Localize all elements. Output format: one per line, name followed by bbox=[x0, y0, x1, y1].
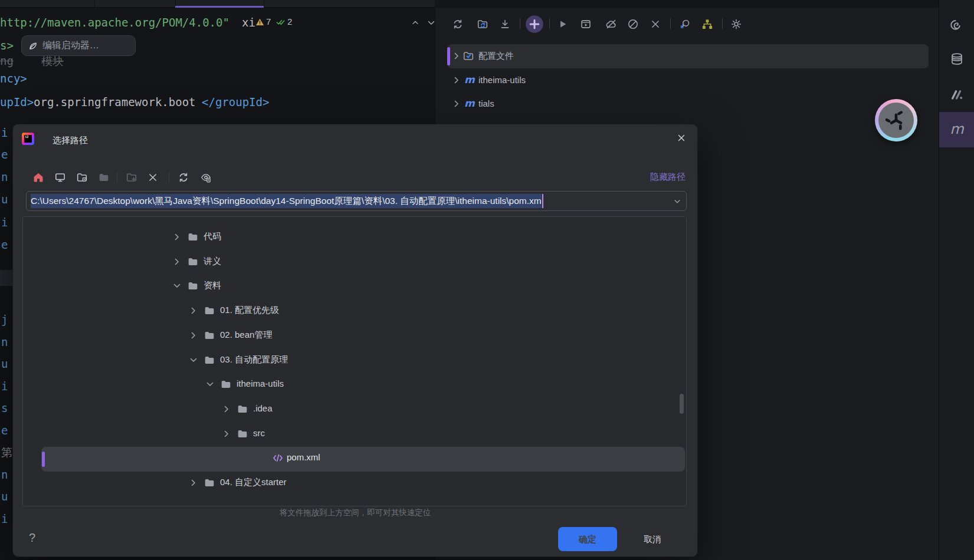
ai-assistant-button[interactable] bbox=[949, 17, 965, 32]
tree-row[interactable] bbox=[23, 495, 686, 506]
toolbar-separator bbox=[169, 172, 169, 183]
maven-row-highlight bbox=[447, 44, 929, 68]
hide-path-link[interactable]: 隐藏路径 bbox=[650, 172, 686, 183]
close-icon bbox=[650, 19, 661, 29]
tree-row-04.starter[interactable]: 04. 自定义starter bbox=[23, 470, 686, 495]
tree-row-label: 03. 自动配置原理 bbox=[220, 354, 288, 365]
close-button[interactable] bbox=[647, 17, 664, 32]
delete-icon bbox=[147, 172, 158, 183]
chevron-right-icon[interactable] bbox=[222, 404, 231, 414]
folder-icon bbox=[188, 232, 198, 242]
chevron-right-icon[interactable] bbox=[189, 306, 198, 315]
path-input[interactable]: C:\Users\24767\Desktop\work\黑马Java资料\Spr… bbox=[26, 191, 687, 211]
maven-tool-button[interactable]: m bbox=[949, 121, 965, 137]
reload-projects-button[interactable] bbox=[474, 17, 491, 32]
refresh-button[interactable] bbox=[176, 170, 191, 185]
tree-row-label: 04. 自定义starter bbox=[220, 477, 287, 488]
triskelion-icon bbox=[883, 107, 909, 133]
folder-icon bbox=[188, 281, 198, 291]
download-sources-button[interactable] bbox=[497, 17, 513, 32]
maven-row-label: 配置文件 bbox=[478, 51, 514, 62]
cancel-button[interactable]: 取消 bbox=[644, 527, 661, 551]
tree-row-02.bean[interactable]: 02. bean管理 bbox=[23, 323, 686, 348]
tree-row-.idea[interactable]: .idea bbox=[23, 397, 686, 421]
analyze-dependencies-button[interactable] bbox=[677, 17, 693, 32]
tree-row-label: 讲义 bbox=[204, 256, 221, 267]
code-left-char: u bbox=[1, 490, 8, 503]
desktop-button[interactable] bbox=[53, 170, 68, 185]
ok-button[interactable]: 确定 bbox=[558, 527, 617, 551]
run-configuration-icon bbox=[581, 19, 591, 29]
chevron-right-icon[interactable] bbox=[172, 232, 182, 242]
folder-icon bbox=[204, 305, 215, 316]
tree-row-itheima-utils[interactable]: itheima-utils bbox=[23, 372, 686, 397]
refresh-button[interactable] bbox=[450, 17, 466, 32]
ai-floating-button[interactable] bbox=[875, 99, 917, 141]
download-sources-icon bbox=[500, 19, 510, 29]
tree-row-pom.xml[interactable]: pom.xml bbox=[23, 446, 686, 470]
tree-row-src[interactable]: src bbox=[23, 421, 686, 446]
chevron-down-icon[interactable] bbox=[205, 380, 215, 389]
text-caret bbox=[542, 194, 543, 208]
refresh-icon bbox=[178, 172, 189, 183]
edit-launcher-inlay[interactable]: 编辑启动器… bbox=[21, 35, 136, 56]
chevron-right-icon[interactable] bbox=[172, 257, 182, 266]
refresh-icon bbox=[452, 19, 463, 29]
run-configuration-button[interactable] bbox=[578, 17, 594, 32]
delete-button[interactable] bbox=[145, 170, 160, 185]
code-left-char: i bbox=[1, 126, 8, 139]
tree-row-[interactable]: 资料 bbox=[23, 274, 686, 298]
home-button[interactable] bbox=[31, 170, 46, 185]
tree-row-[interactable]: 讲义 bbox=[23, 249, 686, 274]
code-left-char: n bbox=[1, 468, 8, 481]
tree-row-label: 01. 配置优先级 bbox=[220, 305, 279, 316]
chevron-up-icon[interactable] bbox=[411, 18, 419, 27]
chevron-down-icon[interactable] bbox=[172, 281, 182, 291]
run-button[interactable] bbox=[555, 17, 571, 32]
tree-row-[interactable]: 代码 bbox=[23, 225, 686, 249]
tree-scrollbar[interactable] bbox=[680, 394, 684, 414]
desktop-icon bbox=[55, 172, 65, 183]
maven-module-icon: m bbox=[464, 98, 475, 108]
folder-button[interactable] bbox=[96, 170, 111, 185]
maven-row-label: itheima-utils bbox=[478, 75, 526, 85]
chevron-right-icon[interactable] bbox=[222, 429, 231, 439]
chevron-down-icon[interactable] bbox=[189, 355, 198, 365]
chevron-right-icon[interactable] bbox=[189, 478, 198, 487]
editor-tab-bar[interactable] bbox=[0, 0, 435, 8]
add-button[interactable] bbox=[526, 14, 543, 34]
settings-button[interactable] bbox=[728, 17, 745, 32]
toolbar-separator bbox=[117, 172, 117, 183]
show-hidden-button[interactable] bbox=[198, 170, 214, 185]
warning-icon bbox=[255, 18, 264, 27]
chevron-right-icon[interactable] bbox=[452, 75, 461, 85]
code-left-char: n bbox=[1, 170, 8, 183]
new-folder-button[interactable] bbox=[124, 170, 139, 185]
tree-row-01.[interactable]: 01. 配置优先级 bbox=[23, 298, 686, 323]
code-left-char: e bbox=[1, 424, 8, 437]
dependency-tree-button[interactable] bbox=[699, 17, 716, 32]
project-folder-button[interactable] bbox=[74, 170, 90, 185]
combobox-chevron-down-icon[interactable] bbox=[672, 196, 683, 207]
tree-row-03.[interactable]: 03. 自动配置原理 bbox=[23, 348, 686, 373]
skip-tests-button[interactable] bbox=[625, 17, 641, 32]
ide-screen: http://maven.apache.org/POM/4.0.0"xis>ng… bbox=[0, 0, 974, 560]
dialog-close-button[interactable] bbox=[674, 130, 689, 146]
toolbar-separator bbox=[722, 18, 723, 29]
maven-row-label: tials bbox=[478, 98, 494, 108]
tree-row-label: .idea bbox=[253, 403, 273, 413]
code-left-char: u bbox=[1, 193, 8, 206]
chevron-right-icon[interactable] bbox=[452, 51, 461, 61]
offline-mode-icon bbox=[606, 19, 616, 29]
help-button[interactable]: ? bbox=[29, 531, 35, 545]
file-tree: 代码讲义资料01. 配置优先级02. bean管理03. 自动配置原理ithei… bbox=[22, 216, 687, 506]
code-left-char: e bbox=[1, 148, 8, 161]
chevron-right-icon[interactable] bbox=[452, 99, 461, 108]
database-button[interactable] bbox=[949, 51, 965, 67]
offline-mode-button[interactable] bbox=[603, 17, 619, 32]
code-left-char: i bbox=[1, 380, 8, 393]
plugin-button[interactable] bbox=[949, 87, 965, 103]
project-folder-icon bbox=[77, 172, 87, 183]
code-segment: xi bbox=[242, 16, 255, 29]
chevron-right-icon[interactable] bbox=[189, 331, 198, 340]
